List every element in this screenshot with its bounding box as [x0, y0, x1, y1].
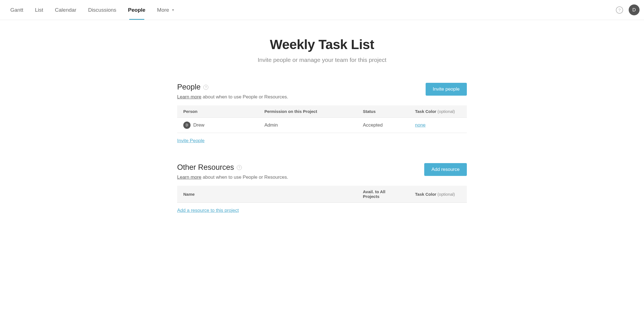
desc-suffix: about when to use People or Resources. — [201, 175, 288, 180]
col-permission: Permission on this Project — [258, 105, 357, 118]
chevron-down-icon: ▼ — [171, 8, 175, 12]
tab-calendar[interactable]: Calendar — [49, 0, 82, 20]
nav-tabs: Gantt List Calendar Discussions People M… — [4, 0, 180, 20]
tab-label: People — [128, 7, 145, 13]
topbar-right: ? D — [616, 4, 640, 15]
learn-more-link[interactable]: Learn more — [177, 175, 201, 180]
tab-label: Discussions — [88, 7, 116, 13]
col-status: Status — [357, 105, 409, 118]
avatar: D — [183, 122, 191, 129]
person-cell: D Drew — [177, 118, 258, 133]
tab-more[interactable]: More ▼ — [151, 0, 180, 20]
resources-section: Other Resources ? Learn more about when … — [177, 163, 467, 213]
tab-list[interactable]: List — [29, 0, 49, 20]
invite-people-button[interactable]: Invite people — [426, 83, 467, 96]
status-cell: Accepted — [357, 118, 409, 133]
page-subtitle: Invite people or manage your team for th… — [177, 57, 467, 63]
help-icon[interactable]: ? — [237, 165, 242, 170]
col-task-color: Task Color (optional) — [409, 105, 467, 118]
col-person: Person — [177, 105, 258, 118]
user-avatar[interactable]: D — [629, 4, 640, 15]
tab-gantt[interactable]: Gantt — [4, 0, 29, 20]
resources-section-desc: Learn more about when to use People or R… — [177, 175, 288, 180]
table-row: D Drew Admin Accepted none — [177, 118, 467, 133]
add-resource-button[interactable]: Add resource — [424, 163, 467, 176]
table-header-row: Person Permission on this Project Status… — [177, 105, 467, 118]
people-section-title: People ? — [177, 83, 288, 91]
person-name: Drew — [193, 122, 204, 128]
add-resource-link[interactable]: Add a resource to this project — [177, 208, 239, 213]
col-header-optional: (optional) — [438, 109, 455, 114]
people-table: Person Permission on this Project Status… — [177, 105, 467, 133]
tab-label: Calendar — [55, 7, 76, 13]
help-icon[interactable]: ? — [203, 85, 208, 90]
desc-suffix: about when to use People or Resources. — [201, 94, 288, 100]
col-header-text: Task Color — [415, 192, 436, 197]
tab-label: Gantt — [10, 7, 23, 13]
col-header-optional: (optional) — [438, 192, 455, 197]
page-title: Weekly Task List — [177, 37, 467, 52]
table-header-row: Name Avail. to All Projects Task Color (… — [177, 186, 467, 203]
col-task-color: Task Color (optional) — [409, 186, 467, 203]
learn-more-link[interactable]: Learn more — [177, 94, 201, 100]
main-content: Weekly Task List Invite people or manage… — [177, 20, 467, 244]
people-section-desc: Learn more about when to use People or R… — [177, 94, 288, 100]
task-color-link[interactable]: none — [415, 122, 426, 128]
tab-discussions[interactable]: Discussions — [82, 0, 122, 20]
topbar: Gantt List Calendar Discussions People M… — [0, 0, 644, 20]
people-section: People ? Learn more about when to use Pe… — [177, 83, 467, 144]
task-color-cell: none — [409, 118, 467, 133]
help-icon[interactable]: ? — [616, 6, 623, 14]
section-header: Other Resources ? Learn more about when … — [177, 163, 467, 180]
permission-cell: Admin — [258, 118, 357, 133]
section-header: People ? Learn more about when to use Pe… — [177, 83, 467, 100]
tab-people[interactable]: People — [122, 0, 151, 20]
section-title-text: Other Resources — [177, 163, 234, 172]
resources-table: Name Avail. to All Projects Task Color (… — [177, 186, 467, 203]
col-name: Name — [177, 186, 357, 203]
section-title-text: People — [177, 83, 201, 91]
col-header-text: Task Color — [415, 109, 436, 114]
resources-section-title: Other Resources ? — [177, 163, 288, 172]
col-avail: Avail. to All Projects — [357, 186, 409, 203]
invite-people-link[interactable]: Invite People — [177, 138, 204, 143]
tab-label: List — [35, 7, 43, 13]
tab-label: More — [157, 7, 169, 13]
